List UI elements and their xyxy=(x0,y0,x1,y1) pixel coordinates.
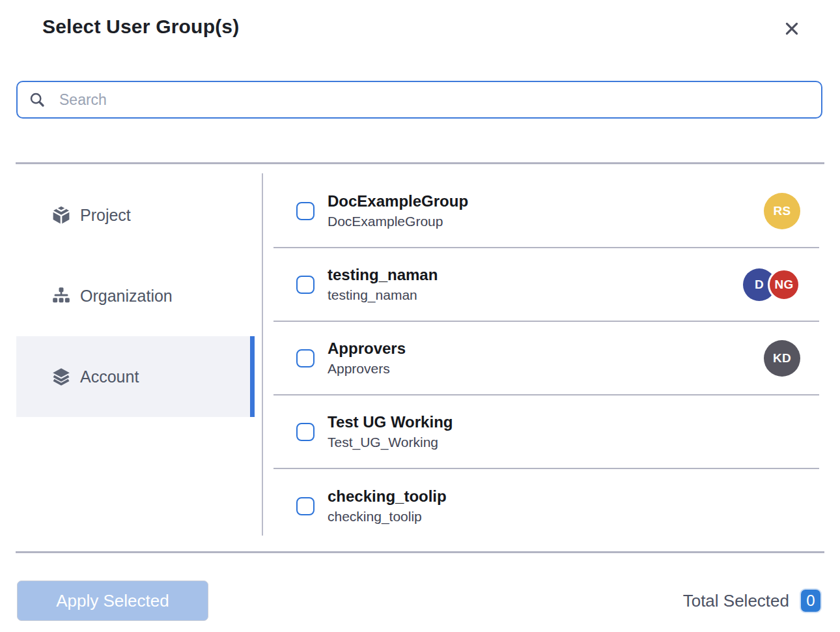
avatar-rs: RS xyxy=(764,193,800,229)
group-name: Approvers xyxy=(328,339,764,358)
header-divider xyxy=(16,162,824,164)
layers-icon xyxy=(51,366,72,387)
total-selected-label: Total Selected xyxy=(683,591,789,611)
close-button[interactable] xyxy=(783,18,805,40)
total-selected-count-badge: 0 xyxy=(800,588,822,613)
search-input[interactable] xyxy=(46,91,821,109)
avatar-ng: NG xyxy=(768,268,800,301)
vertical-divider xyxy=(262,173,263,536)
search-box[interactable] xyxy=(16,81,822,119)
group-row[interactable]: testing_naman testing_naman DNG xyxy=(273,248,819,322)
group-row[interactable]: DocExampleGroup DocExampleGroup RS xyxy=(273,175,819,248)
group-checkbox[interactable] xyxy=(296,202,315,220)
group-avatars: RS xyxy=(764,193,800,229)
selected-tab-indicator xyxy=(250,336,255,417)
group-avatars: KD xyxy=(764,340,800,377)
group-name: DocExampleGroup xyxy=(328,192,764,211)
group-subtitle: DocExampleGroup xyxy=(328,212,764,230)
group-row[interactable]: Test UG Working Test_UG_Working xyxy=(273,395,819,469)
group-checkbox[interactable] xyxy=(296,497,315,515)
sitemap-icon xyxy=(51,285,72,306)
group-list: DocExampleGroup DocExampleGroup RS testi… xyxy=(273,175,819,543)
sidebar-item-organization[interactable]: Organization xyxy=(16,255,255,336)
sidebar-item-account[interactable]: Account xyxy=(16,336,255,417)
group-checkbox[interactable] xyxy=(296,276,315,294)
sidebar: Project Organization Account xyxy=(16,175,255,417)
group-subtitle: Approvers xyxy=(328,360,764,377)
sidebar-item-project[interactable]: Project xyxy=(16,175,255,255)
group-row[interactable]: Approvers Approvers KD xyxy=(273,322,819,395)
cube-icon xyxy=(51,205,72,225)
group-row[interactable]: checking_toolip checking_toolip xyxy=(273,469,819,543)
apply-selected-button[interactable]: Apply Selected xyxy=(17,581,208,621)
group-avatars: DNG xyxy=(743,268,800,301)
group-checkbox[interactable] xyxy=(296,349,315,367)
footer-divider xyxy=(16,551,824,553)
total-selected: Total Selected 0 xyxy=(683,588,822,613)
close-icon xyxy=(783,20,805,38)
group-name: checking_toolip xyxy=(328,487,800,506)
group-subtitle: testing_naman xyxy=(328,286,743,304)
search-icon xyxy=(29,91,46,108)
group-name: Test UG Working xyxy=(328,412,800,432)
select-user-groups-modal: Select User Group(s) Project Organizatio… xyxy=(0,0,840,632)
group-checkbox[interactable] xyxy=(296,423,315,441)
avatar-kd: KD xyxy=(764,340,800,377)
modal-title: Select User Group(s) xyxy=(42,16,239,38)
group-subtitle: Test_UG_Working xyxy=(328,433,800,451)
group-name: testing_naman xyxy=(328,265,743,285)
group-subtitle: checking_toolip xyxy=(328,508,800,525)
